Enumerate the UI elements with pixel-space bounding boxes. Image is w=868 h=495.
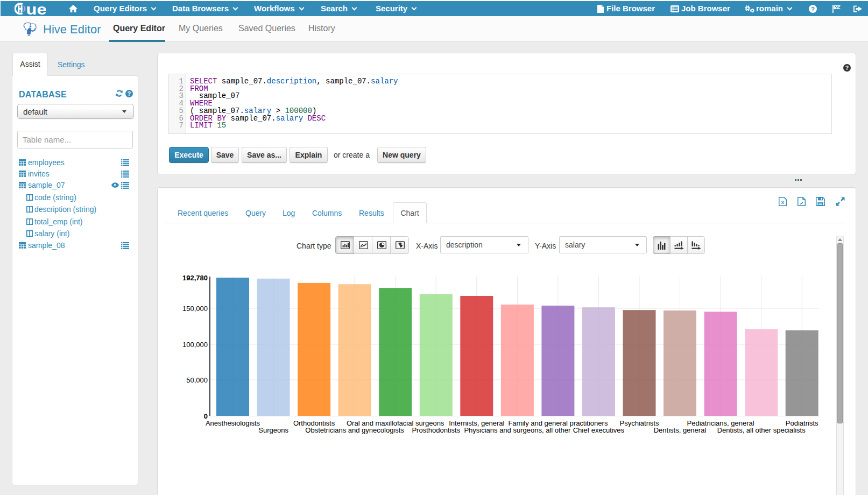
- svg-text:Obstetricians and gynecologist: Obstetricians and gynecologists: [305, 426, 404, 434]
- svg-text:150,000: 150,000: [182, 305, 208, 313]
- svg-text:ue: ue: [26, 3, 47, 15]
- svg-text:100,000: 100,000: [182, 341, 208, 349]
- svg-text:Physicians and surgeons, all o: Physicians and surgeons, all other: [464, 426, 571, 434]
- svg-text:Dentists, general: Dentists, general: [654, 426, 707, 434]
- svg-text:192,780: 192,780: [182, 274, 208, 282]
- svg-text:?: ?: [845, 65, 849, 71]
- svg-text:?: ?: [128, 90, 131, 97]
- svg-text:Chief executives: Chief executives: [573, 426, 625, 434]
- svg-text:?: ?: [811, 6, 815, 12]
- svg-text:Dentists, all other specialist: Dentists, all other specialists: [717, 426, 806, 434]
- svg-text:Anesthesiologists: Anesthesiologists: [206, 419, 260, 427]
- svg-text:Prosthodontists: Prosthodontists: [412, 426, 460, 434]
- svg-text:Podiatrists: Podiatrists: [786, 419, 818, 427]
- svg-text:Surgeons: Surgeons: [258, 426, 288, 434]
- svg-text:50,000: 50,000: [186, 376, 208, 384]
